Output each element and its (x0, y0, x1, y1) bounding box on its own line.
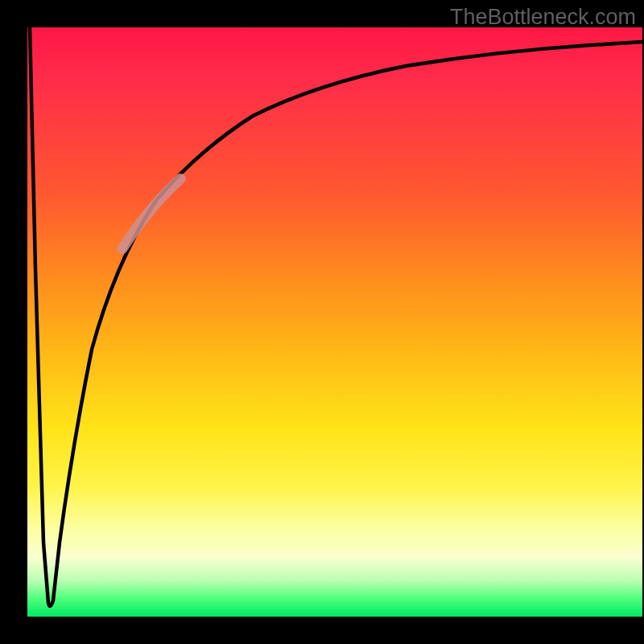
left-axis-strip (0, 0, 27, 644)
bottom-axis-strip (27, 617, 642, 644)
highlight-segment (122, 179, 180, 249)
main-curve (30, 27, 642, 606)
chart-curve-layer (27, 27, 642, 617)
chart-frame: TheBottleneck.com (0, 0, 644, 644)
watermark-text: TheBottleneck.com (450, 5, 636, 30)
